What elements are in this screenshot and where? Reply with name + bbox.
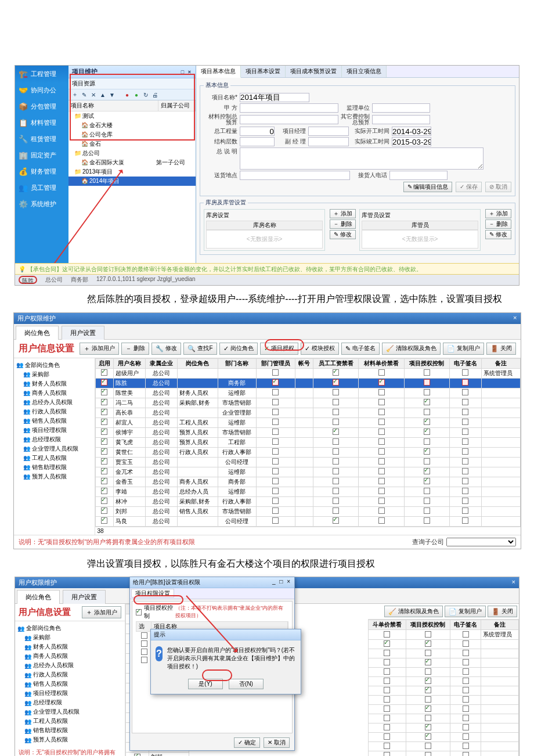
checkbox[interactable] — [463, 696, 469, 703]
checkbox[interactable] — [378, 399, 385, 405]
checkbox[interactable] — [384, 752, 390, 756]
s3-tab-role[interactable]: 岗位角色 — [17, 590, 60, 604]
checkbox[interactable] — [141, 657, 147, 663]
checkbox[interactable] — [424, 507, 430, 514]
checkbox[interactable] — [333, 419, 339, 425]
start-input[interactable] — [392, 127, 431, 136]
tab-basic-info[interactable]: 项目基本信息 — [196, 66, 241, 78]
wh-mod-1[interactable]: ✎ 修改 — [330, 230, 356, 239]
clear-rights-button[interactable]: 🧹清除权限及角色 — [382, 343, 441, 355]
tree-row[interactable]: 2013年项目 — [68, 167, 196, 177]
jia-input[interactable] — [240, 103, 338, 113]
deliver-input[interactable] — [240, 171, 350, 180]
checkbox[interactable] — [384, 696, 390, 703]
checkbox[interactable] — [463, 752, 469, 756]
checkbox[interactable] — [134, 754, 140, 756]
struct-input[interactable] — [240, 137, 275, 146]
checkbox[interactable] — [424, 448, 430, 455]
checkbox[interactable] — [378, 478, 385, 484]
checkbox[interactable] — [272, 478, 279, 484]
wh-add-2[interactable]: ＋ 添加 — [485, 209, 511, 218]
checkbox[interactable] — [425, 733, 431, 740]
sidebar-item-8[interactable]: ⚙️系统维护 — [15, 196, 68, 212]
s3-add-user-button[interactable]: ＋添加用户 — [82, 606, 121, 618]
otherctrl-input[interactable] — [372, 115, 430, 124]
role-tree[interactable]: 👥全部岗位角色👥采购部👥财务人员权限👥商务人员权限👥总经办人员权限👥行政人员权限… — [14, 358, 95, 535]
checkbox[interactable] — [333, 507, 339, 514]
wh-add-1[interactable]: ＋ 添加 — [330, 209, 356, 218]
role-tree-item[interactable]: 👥预算人员权限 — [17, 735, 122, 744]
checkbox[interactable] — [384, 668, 390, 675]
add-user-button[interactable]: ＋添加用户 — [80, 343, 119, 355]
tree-print-icon[interactable]: 🖨 — [151, 91, 159, 99]
tree-expand-icon[interactable]: ● — [132, 91, 140, 99]
checkbox[interactable] — [272, 488, 279, 494]
role-tree-item[interactable]: 👥采购部 — [17, 633, 122, 642]
checkbox[interactable] — [378, 369, 385, 376]
user-row[interactable]: 林冲总公司 采购部,财务行政人事部 — [95, 496, 520, 506]
tree-add-icon[interactable]: ＋ — [71, 91, 79, 99]
grid-header[interactable]: 帐号 — [295, 358, 313, 368]
find-button[interactable]: 🔍查找F — [183, 343, 217, 355]
checkbox[interactable] — [378, 498, 385, 504]
checkbox[interactable] — [378, 429, 385, 435]
checkbox[interactable] — [384, 687, 390, 693]
checkbox[interactable] — [384, 743, 390, 749]
s3-back-close-icon[interactable]: × — [512, 578, 515, 587]
checkbox[interactable] — [462, 438, 468, 445]
role-tree-item[interactable]: 👥项目经理权限 — [16, 426, 92, 435]
checkbox[interactable] — [425, 715, 431, 721]
s3-role-tree[interactable]: 👥全部岗位角色👥采购部👥财务人员权限👥商务人员权限👥总经办人员权限👥行政人员权限… — [15, 621, 125, 747]
checkbox[interactable] — [101, 399, 107, 405]
checkbox[interactable] — [424, 478, 430, 484]
checkbox[interactable] — [425, 687, 431, 693]
checkbox[interactable] — [424, 409, 430, 415]
checkbox[interactable] — [425, 640, 431, 647]
role-tree-item[interactable]: 👥采购部 — [16, 370, 92, 379]
tree-row[interactable]: 金石大楼 — [68, 121, 196, 130]
tree-up-icon[interactable]: ▲ — [99, 91, 107, 99]
tab-role[interactable]: 岗位角色 — [16, 326, 59, 340]
checkbox[interactable] — [272, 379, 279, 386]
tree-row[interactable]: 总公司 — [68, 149, 196, 158]
checkbox[interactable] — [384, 678, 390, 684]
checkbox[interactable] — [462, 379, 468, 386]
role-tree-item[interactable]: 👥总经办人员权限 — [16, 398, 92, 407]
role-tree-item[interactable]: 👥财务人员权限 — [16, 379, 92, 388]
checkbox[interactable] — [384, 650, 390, 656]
checkbox[interactable] — [462, 498, 468, 504]
checkbox[interactable] — [463, 705, 469, 712]
role-tree-item[interactable]: 👥工程人员权限 — [16, 453, 92, 463]
checkbox[interactable] — [333, 458, 339, 465]
s2-close-icon[interactable]: × — [513, 314, 517, 323]
role-tree-item[interactable]: 👥销售助理权限 — [16, 463, 92, 472]
checkbox[interactable] — [141, 649, 147, 655]
dlg-cancel-button[interactable]: ✕ 取消 — [264, 737, 290, 748]
checkbox[interactable] — [272, 458, 279, 465]
tree-down-icon[interactable]: ▼ — [108, 91, 116, 99]
checkbox[interactable] — [425, 678, 431, 684]
checkbox[interactable] — [462, 478, 468, 484]
checkbox[interactable] — [462, 468, 468, 474]
user-row[interactable]: 贾宝玉总公司 公司经理 — [95, 457, 520, 467]
checkbox[interactable] — [272, 369, 279, 376]
grid-header[interactable]: 部门管理员 — [257, 358, 295, 368]
role-tree-item[interactable]: 👥财务人员权限 — [17, 642, 122, 651]
checkbox[interactable] — [425, 705, 431, 712]
sidebar-item-0[interactable]: 🏗️工程管理 — [15, 66, 68, 82]
esign-button[interactable]: ✎电子签名 — [341, 343, 380, 355]
checkbox[interactable] — [384, 705, 390, 712]
checkbox[interactable] — [333, 448, 339, 455]
user-row[interactable]: 陈世美总公司 财务人员权运维部 — [95, 388, 520, 398]
user-row[interactable]: 黄世仁总公司 行政人员权行政人事部 — [95, 447, 520, 457]
checkbox[interactable] — [101, 429, 107, 435]
checkbox[interactable] — [101, 458, 107, 465]
checkbox[interactable] — [378, 468, 385, 474]
dlg-tab[interactable]: 项目权限设置 — [131, 589, 174, 597]
user-row[interactable]: 高长恭总公司 企业管理部 — [95, 408, 520, 417]
dlg-ok-button[interactable]: ✓ 确定 — [234, 737, 260, 748]
checkbox[interactable] — [272, 448, 279, 455]
user-row[interactable]: 黄飞虎总公司 预算人员权工程部 — [95, 437, 520, 447]
grid-header[interactable]: 部门名称 — [218, 358, 257, 368]
end-input[interactable] — [392, 137, 431, 146]
